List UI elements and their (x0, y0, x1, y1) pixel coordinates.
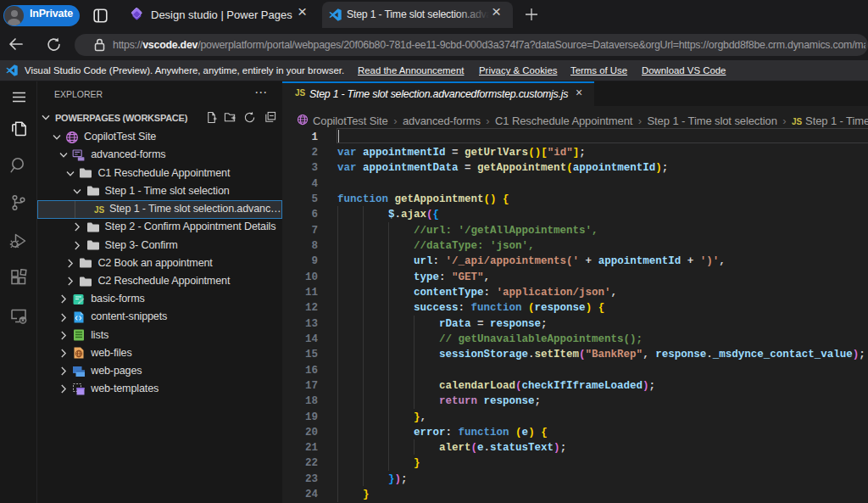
svg-text:JS: JS (94, 205, 105, 215)
